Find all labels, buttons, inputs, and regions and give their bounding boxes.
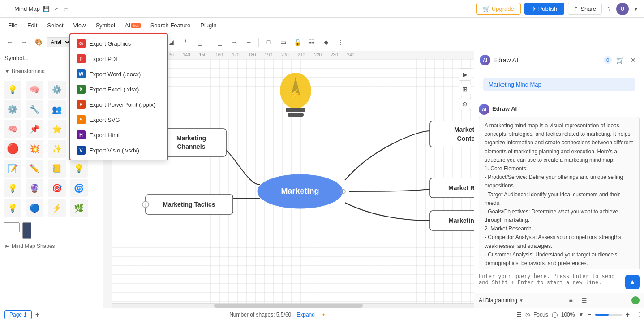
sidebar-item-swirl[interactable]: 🌀 bbox=[70, 179, 88, 197]
upgrade-button[interactable]: 🛒 Upgrade bbox=[476, 3, 521, 15]
export-visio-item[interactable]: V Export Visio (.vsdx) bbox=[70, 143, 167, 158]
export-svg-item[interactable]: S Export SVG bbox=[70, 112, 167, 127]
menu-symbol[interactable]: Symbol bbox=[91, 20, 119, 30]
sidebar-item-red[interactable]: 🔴 bbox=[4, 140, 21, 158]
ai-tool-icon2[interactable]: ☰ bbox=[579, 295, 589, 306]
menu-search-feature[interactable]: Search Feature bbox=[146, 20, 195, 30]
svg-text:⚡: ⚡ bbox=[289, 88, 301, 100]
export-excel-item[interactable]: X Export Excel (.xlsx) bbox=[70, 82, 167, 97]
export-ppt-item[interactable]: P Export PowerPoint (.pptx) bbox=[70, 97, 167, 112]
sidebar-item-burst[interactable]: 💥 bbox=[26, 140, 43, 158]
menu-view[interactable]: View bbox=[69, 20, 90, 30]
export-html-label: Export Html bbox=[89, 132, 120, 139]
mind-map-shapes-section[interactable]: ► Mind Map Shapes bbox=[0, 240, 94, 252]
back-icon[interactable]: ← bbox=[4, 5, 12, 13]
focus-label[interactable]: Focus bbox=[533, 312, 548, 318]
menu-plugin[interactable]: Plugin bbox=[196, 20, 221, 30]
sidebar-item-blue[interactable]: 🔵 bbox=[26, 199, 43, 217]
help-icon[interactable]: ? bbox=[605, 5, 613, 13]
sidebar-item-globe[interactable]: 🔮 bbox=[26, 179, 43, 197]
ai-content-box: A marketing mind map is a visual represe… bbox=[479, 117, 640, 269]
sidebar-item-target[interactable]: 🎯 bbox=[48, 179, 66, 197]
sidebar-item-bulb2[interactable]: 💡 bbox=[70, 160, 88, 178]
sidebar-item-sparkle[interactable]: ✨ bbox=[48, 140, 66, 158]
chevron-down-icon[interactable]: ▼ bbox=[632, 5, 640, 13]
export-pdf-item[interactable]: P Export PDF bbox=[70, 51, 167, 66]
more-button[interactable]: ⋮ bbox=[334, 36, 347, 48]
stroke-button[interactable]: / bbox=[179, 36, 192, 48]
sidebar-item-tool[interactable]: 🔧 bbox=[26, 100, 43, 118]
menu-edit[interactable]: Edit bbox=[23, 20, 42, 30]
sidebar-item-lightning[interactable]: ⚡ bbox=[48, 199, 66, 217]
ai-suggestion-chip[interactable]: Marketing Mind Map bbox=[483, 78, 635, 91]
theme-button[interactable]: 🎨 bbox=[32, 36, 45, 48]
line-style-button[interactable]: ⎯ bbox=[214, 36, 226, 48]
export-icon[interactable]: ↗ bbox=[52, 5, 60, 13]
rect-button[interactable]: □ bbox=[262, 36, 275, 48]
ai-diagramming-select[interactable]: AI Diagramming ▼ bbox=[479, 297, 524, 304]
ai-panel-title: AI Edraw AI bbox=[480, 55, 518, 65]
zoom-out-button[interactable]: − bbox=[587, 311, 591, 319]
menu-select[interactable]: Select bbox=[43, 20, 68, 30]
group-button[interactable]: ☷ bbox=[305, 36, 318, 48]
focus-icon[interactable]: ◎ bbox=[525, 312, 530, 318]
export-word-item[interactable]: W Export Word (.docx) bbox=[70, 66, 167, 82]
font-selector[interactable]: Arial bbox=[47, 37, 71, 47]
sidebar-item-list[interactable]: 📝 bbox=[4, 160, 21, 178]
sidebar-item-brain2[interactable]: 🧠 bbox=[4, 120, 21, 138]
export-svg-icon: S bbox=[77, 115, 86, 124]
ai-assistant-bubble: AI Edraw AI A marketing mind map is a vi… bbox=[479, 104, 640, 269]
publish-button[interactable]: ✈ Publish bbox=[524, 3, 565, 15]
sidebar-item-bulb4[interactable]: 💡 bbox=[4, 199, 21, 217]
menu-file[interactable]: File bbox=[4, 20, 22, 30]
sidebar-item-cog[interactable]: ⚙️ bbox=[4, 100, 21, 118]
layers-icon[interactable]: ☶ bbox=[517, 312, 522, 318]
ai-send-button[interactable]: ▲ bbox=[625, 275, 640, 289]
ai-chat-area[interactable]: AI Edraw AI A marketing mind map is a vi… bbox=[474, 100, 644, 269]
connector-button[interactable]: ⎯ bbox=[193, 36, 206, 48]
svg-text:Marketing: Marketing bbox=[454, 126, 474, 133]
ai-text-input[interactable] bbox=[479, 273, 623, 289]
sidebar-item-notepad[interactable]: 📒 bbox=[48, 160, 66, 178]
sidebar-item-bulb3[interactable]: 💡 bbox=[4, 179, 21, 197]
sidebar-item-gear[interactable]: ⚙️ bbox=[48, 81, 66, 99]
export-html-item[interactable]: H Export Html bbox=[70, 127, 167, 143]
zoom-bar bbox=[595, 314, 622, 316]
right-tool-grid[interactable]: ⊞ bbox=[459, 83, 471, 95]
shape-rect[interactable] bbox=[4, 222, 20, 232]
star-icon[interactable]: ☆ bbox=[62, 5, 69, 13]
h-scrollbar[interactable] bbox=[103, 303, 474, 308]
sidebar-item-brain[interactable]: 🧠 bbox=[26, 81, 43, 99]
right-tool-arrow[interactable]: ▶ bbox=[459, 68, 471, 81]
save-icon[interactable]: 💾 bbox=[43, 5, 50, 13]
sidebar-item-leaf[interactable]: 🌿 bbox=[70, 199, 88, 217]
arrow-button[interactable]: → bbox=[228, 36, 240, 48]
zoom-chevron[interactable]: ▼ bbox=[578, 312, 584, 318]
expand-button[interactable]: Expand bbox=[296, 312, 315, 318]
right-tool-apps[interactable]: ⊙ bbox=[459, 98, 471, 110]
ai-tool-icon1[interactable]: ≡ bbox=[565, 295, 576, 306]
add-page-button[interactable]: + bbox=[35, 311, 39, 319]
page-tab[interactable]: Page-1 bbox=[4, 310, 32, 319]
rounded-button[interactable]: ▭ bbox=[277, 36, 289, 48]
dash-button[interactable]: ⎼ bbox=[242, 36, 255, 48]
avatar[interactable]: U bbox=[616, 3, 629, 15]
menu-ai[interactable]: AI hot bbox=[120, 20, 145, 30]
sidebar-item-star[interactable]: ⭐ bbox=[48, 120, 66, 138]
shape-button[interactable]: ◆ bbox=[320, 36, 332, 48]
ai-close-icon[interactable]: ✕ bbox=[628, 55, 639, 65]
share-button[interactable]: ⇡ Share bbox=[568, 3, 602, 15]
ai-cart-icon[interactable]: 🛒 bbox=[614, 55, 625, 65]
shape-rect-dark[interactable] bbox=[22, 222, 31, 239]
sidebar-item-pin[interactable]: 📌 bbox=[26, 120, 43, 138]
sidebar-item-pencil[interactable]: ✏️ bbox=[26, 160, 43, 178]
fullscreen-button[interactable]: ⛶ bbox=[633, 311, 640, 318]
redo-button[interactable]: → bbox=[18, 36, 30, 48]
export-graphics-item[interactable]: G Export Graphics bbox=[70, 36, 167, 51]
h-scrollbar-thumb[interactable] bbox=[214, 304, 362, 308]
sidebar-item-people[interactable]: 👥 bbox=[48, 100, 66, 118]
undo-button[interactable]: ← bbox=[4, 36, 16, 48]
lock-button[interactable]: 🔒 bbox=[291, 36, 304, 48]
zoom-in-button[interactable]: + bbox=[626, 311, 630, 319]
sidebar-item-lightbulb[interactable]: 💡 bbox=[4, 81, 21, 99]
